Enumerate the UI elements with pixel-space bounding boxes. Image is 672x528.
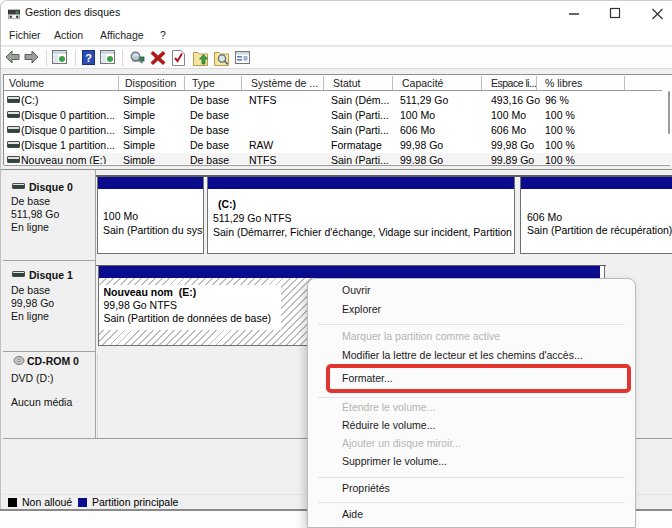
svg-text:?: ? (85, 52, 92, 64)
